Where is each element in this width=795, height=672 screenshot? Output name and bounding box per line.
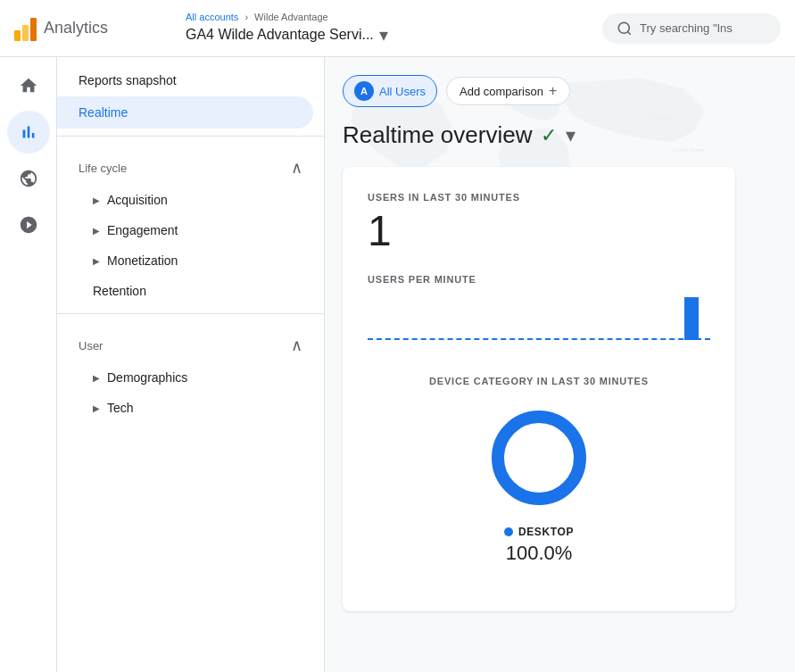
nav-realtime[interactable]: Realtime xyxy=(57,96,313,129)
main-layout: Reports snapshot Realtime Life cycle ∧ ▶… xyxy=(0,57,795,672)
chart-baseline xyxy=(368,338,710,340)
users-per-minute-chart xyxy=(368,292,710,354)
all-users-chip[interactable]: A All Users xyxy=(343,75,437,107)
advertising-nav-button[interactable] xyxy=(7,203,50,246)
page-title-row: Realtime overview ✓ ▾ xyxy=(343,121,777,149)
title-dropdown-icon[interactable]: ▾ xyxy=(566,124,576,147)
logo-area: Analytics xyxy=(14,16,175,41)
svg-text:Canada: Canada xyxy=(652,115,673,121)
logo-bar-3 xyxy=(30,18,37,41)
all-users-label: All Users xyxy=(379,85,426,98)
analytics-logo xyxy=(14,16,37,41)
device-category-label: DEVICE CATEGORY IN LAST 30 MINUTES xyxy=(429,376,649,386)
app-title: Analytics xyxy=(44,19,108,37)
nav-user-section[interactable]: User ∧ xyxy=(57,321,324,362)
add-comparison-plus-icon: + xyxy=(549,83,557,99)
nav-reports-snapshot[interactable]: Reports snapshot xyxy=(57,64,313,96)
status-check-icon: ✓ xyxy=(541,124,557,147)
users-per-minute-section: USERS PER MINUTE xyxy=(368,274,710,354)
breadcrumb-area: All accounts › Wilde Advantage GA4 Wilde… xyxy=(186,12,592,46)
monetization-arrow: ▶ xyxy=(93,256,100,266)
acquisition-arrow: ▶ xyxy=(93,195,100,205)
home-nav-button[interactable] xyxy=(7,64,50,107)
breadcrumb: All accounts › Wilde Advantage xyxy=(186,12,592,22)
nav-monetization[interactable]: ▶ Monetization xyxy=(57,245,313,276)
app-header: Analytics All accounts › Wilde Advantage… xyxy=(0,0,795,57)
property-name: GA4 Wilde Advantage Servi... xyxy=(186,27,374,43)
donut-chart xyxy=(485,404,592,511)
users-30min-value: 1 xyxy=(368,210,710,253)
main-content: Canada United States Mexico Australia rt… xyxy=(325,57,795,672)
nav-sidebar: Reports snapshot Realtime Life cycle ∧ ▶… xyxy=(57,57,325,672)
page-title: Realtime overview xyxy=(343,121,532,149)
svg-point-0 xyxy=(618,22,629,33)
nav-lifecycle-section[interactable]: Life cycle ∧ xyxy=(57,144,324,185)
metrics-card: USERS IN LAST 30 MINUTES 1 USERS PER MIN… xyxy=(343,167,735,611)
nav-acquisition[interactable]: ▶ Acquisition xyxy=(57,185,313,215)
nav-engagement[interactable]: ▶ Engagement xyxy=(57,215,313,245)
donut-legend-label: DESKTOP xyxy=(518,526,574,538)
add-comparison-button[interactable]: Add comparison + xyxy=(446,77,570,105)
filters-row: A All Users Add comparison + xyxy=(343,75,777,107)
users-per-minute-label: USERS PER MINUTE xyxy=(368,274,710,285)
breadcrumb-accounts[interactable]: All accounts xyxy=(186,12,238,22)
explore-nav-button[interactable] xyxy=(7,157,50,200)
breadcrumb-property: Wilde Advantage xyxy=(254,12,328,22)
donut-dot-desktop xyxy=(504,527,513,536)
demographics-arrow: ▶ xyxy=(93,373,100,383)
search-icon xyxy=(617,21,633,37)
reports-nav-button[interactable] xyxy=(7,111,50,153)
logo-bar-1 xyxy=(14,30,21,41)
property-dropdown-icon: ▾ xyxy=(379,24,388,46)
bar-chart-bars xyxy=(368,292,710,340)
device-category-section: DEVICE CATEGORY IN LAST 30 MINUTES DESKT… xyxy=(368,376,710,565)
tech-arrow: ▶ xyxy=(93,403,100,413)
svg-point-7 xyxy=(498,417,580,499)
nav-tech[interactable]: ▶ Tech xyxy=(57,393,313,423)
logo-bar-2 xyxy=(22,25,29,41)
search-placeholder: Try searching "Ins xyxy=(640,21,733,35)
breadcrumb-separator: › xyxy=(244,12,248,22)
nav-divider-1 xyxy=(57,136,324,137)
nav-retention[interactable]: Retention xyxy=(57,276,313,306)
icon-sidebar xyxy=(0,57,57,672)
nav-demographics[interactable]: ▶ Demographics xyxy=(57,362,313,393)
bar-spike xyxy=(684,297,699,340)
user-expand-icon: ∧ xyxy=(291,336,302,355)
users-30min-section: USERS IN LAST 30 MINUTES 1 xyxy=(368,192,710,253)
engagement-arrow: ▶ xyxy=(93,226,100,236)
donut-legend: DESKTOP xyxy=(504,526,574,538)
lifecycle-expand-icon: ∧ xyxy=(291,158,302,178)
search-area[interactable]: Try searching "Ins xyxy=(602,13,781,44)
all-users-icon: A xyxy=(354,81,374,101)
users-30min-label: USERS IN LAST 30 MINUTES xyxy=(368,192,710,203)
svg-line-1 xyxy=(627,31,630,34)
donut-percent: 100.0% xyxy=(506,542,573,565)
add-comparison-label: Add comparison xyxy=(460,85,543,98)
property-selector[interactable]: GA4 Wilde Advantage Servi... ▾ xyxy=(186,24,592,46)
nav-divider-2 xyxy=(57,313,324,314)
